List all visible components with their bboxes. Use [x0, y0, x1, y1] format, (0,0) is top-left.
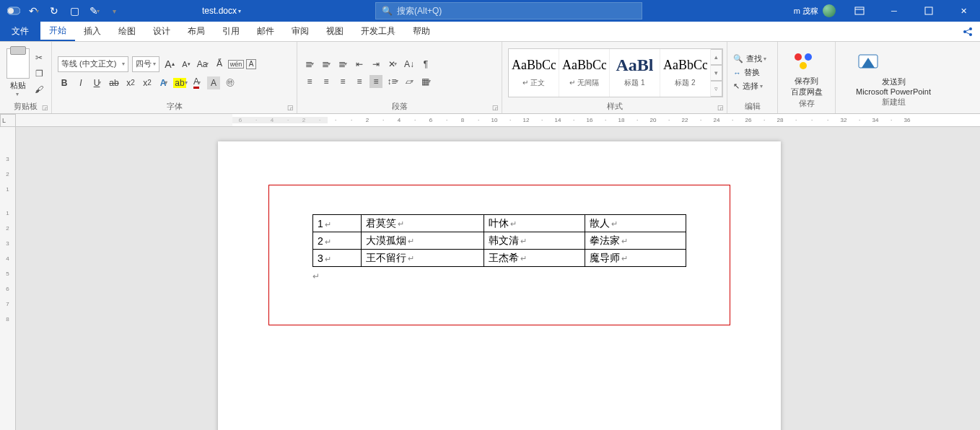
- tab-draw[interactable]: 绘图: [110, 22, 144, 41]
- asian-layout-icon[interactable]: ✕▾: [386, 58, 399, 71]
- paragraph-launcher-icon[interactable]: ◲: [492, 102, 499, 113]
- font-name-combo[interactable]: 等线 (中文正文)▾: [58, 56, 128, 72]
- styles-expand-icon[interactable]: ▿: [711, 81, 722, 97]
- replace-button[interactable]: ↔替换: [733, 67, 766, 78]
- table-cell[interactable]: 拳法家↵: [585, 232, 686, 250]
- table-cell[interactable]: 散人↵: [585, 215, 686, 232]
- styles-scroll-up-icon[interactable]: ▴: [711, 49, 722, 65]
- style-heading2[interactable]: AaBbCc标题 2: [660, 49, 711, 97]
- table-cell[interactable]: 韩文清↵: [484, 232, 585, 250]
- select-button[interactable]: ↖选择▾: [733, 81, 766, 92]
- underline-icon[interactable]: U▾: [91, 76, 104, 89]
- clear-format-icon[interactable]: wén: [229, 58, 242, 71]
- undo-button[interactable]: ↶▾: [25, 1, 43, 20]
- redo-button[interactable]: ↻: [45, 1, 64, 20]
- maximize-button[interactable]: [912, 0, 945, 22]
- increase-indent-icon[interactable]: ⇥: [369, 58, 382, 71]
- highlight-icon[interactable]: ab▾: [174, 76, 187, 89]
- tab-mail[interactable]: 邮件: [248, 22, 283, 41]
- table-cell[interactable]: 2↵: [313, 232, 362, 250]
- save-baidu-button[interactable]: 保存到 百度网盘: [791, 50, 823, 97]
- shading-icon[interactable]: ▱▾: [403, 75, 416, 88]
- table-cell[interactable]: 君莫笑↵: [362, 215, 484, 232]
- style-nospacing[interactable]: AaBbCc↵ 无间隔: [559, 49, 610, 97]
- line-spacing-icon[interactable]: ↕≡▾: [386, 75, 399, 88]
- bullets-icon[interactable]: ≣▾: [303, 58, 316, 71]
- ruler-vertical[interactable]: 32112345678: [0, 127, 16, 430]
- font-launcher-icon[interactable]: ◲: [287, 102, 294, 113]
- shrink-font-icon[interactable]: A▾: [180, 58, 193, 71]
- send-to-ppt-button[interactable]: 发送到 Microsoft PowerPoint: [856, 51, 931, 96]
- tab-insert[interactable]: 插入: [75, 22, 110, 41]
- tab-file[interactable]: 文件: [0, 22, 40, 41]
- save-icon[interactable]: ▢: [65, 1, 84, 20]
- superscript-icon[interactable]: x2: [141, 76, 154, 89]
- close-button[interactable]: ✕: [947, 0, 980, 22]
- table-cell[interactable]: 王杰希↵: [484, 250, 585, 267]
- strikethrough-icon[interactable]: ab: [108, 76, 121, 89]
- bold-icon[interactable]: B: [58, 76, 71, 89]
- table-cell[interactable]: 魔导师↵: [585, 250, 686, 267]
- format-painter-icon[interactable]: 🖌: [32, 83, 45, 96]
- table-cell[interactable]: 1↵: [313, 215, 362, 232]
- align-center-icon[interactable]: ≡: [320, 75, 333, 88]
- grow-font-icon[interactable]: A▴: [163, 58, 176, 71]
- minimize-button[interactable]: ─: [878, 0, 911, 22]
- clipboard-launcher-icon[interactable]: ◲: [42, 102, 48, 113]
- search-box[interactable]: 🔍 搜索(Alt+Q): [375, 2, 642, 19]
- qat-more-icon[interactable]: ▾: [105, 1, 124, 20]
- styles-launcher-icon[interactable]: ◲: [717, 102, 724, 113]
- share-button[interactable]: [955, 22, 980, 41]
- multilevel-icon[interactable]: ≣▾: [336, 58, 349, 71]
- subscript-icon[interactable]: x2: [124, 76, 137, 89]
- styles-scroll-down-icon[interactable]: ▾: [711, 65, 722, 81]
- decrease-indent-icon[interactable]: ⇤: [353, 58, 366, 71]
- table-row[interactable]: 1↵君莫笑↵叶休↵散人↵: [313, 215, 686, 232]
- tab-home[interactable]: 开始: [40, 22, 75, 41]
- char-shading-icon[interactable]: A: [207, 76, 220, 89]
- table-cell[interactable]: 大漠孤烟↵: [362, 232, 484, 250]
- table-row[interactable]: 2↵大漠孤烟↵韩文清↵拳法家↵: [313, 232, 686, 250]
- change-case-icon[interactable]: Aa▾: [196, 58, 209, 71]
- copy-icon[interactable]: ❐: [32, 67, 45, 80]
- distribute-icon[interactable]: ≡: [369, 75, 382, 88]
- justify-icon[interactable]: ≡: [353, 75, 366, 88]
- account-name[interactable]: m 茂稼: [788, 0, 841, 22]
- phonetic-guide-icon[interactable]: A̋: [213, 58, 226, 71]
- tab-devtools[interactable]: 开发工具: [352, 22, 404, 41]
- table-cell[interactable]: 3↵: [313, 250, 362, 267]
- show-marks-icon[interactable]: ¶: [419, 58, 432, 71]
- style-heading1[interactable]: AaBl标题 1: [610, 49, 660, 97]
- tab-review[interactable]: 审阅: [283, 22, 318, 41]
- find-button[interactable]: 🔍查找▾: [733, 53, 766, 64]
- data-table[interactable]: 1↵君莫笑↵叶休↵散人↵2↵大漠孤烟↵韩文清↵拳法家↵3↵王不留行↵王杰希↵魔导…: [312, 214, 686, 267]
- char-border-icon[interactable]: A: [246, 59, 256, 69]
- text-effects-icon[interactable]: A▾: [157, 76, 170, 89]
- document-canvas[interactable]: 1↵君莫笑↵叶休↵散人↵2↵大漠孤烟↵韩文清↵拳法家↵3↵王不留行↵王杰希↵魔导…: [16, 127, 980, 430]
- align-left-icon[interactable]: ≡: [303, 75, 316, 88]
- ruler-horizontal[interactable]: 6·4·2···2·4·6·8·10·12·14·16·18·20·22·24·…: [16, 114, 980, 127]
- paste-button[interactable]: 粘贴 ▾: [6, 48, 30, 97]
- italic-icon[interactable]: I: [74, 76, 87, 89]
- sort-icon[interactable]: A↓: [403, 58, 416, 71]
- table-cell[interactable]: 王不留行↵: [362, 250, 484, 267]
- align-right-icon[interactable]: ≡: [336, 75, 349, 88]
- borders-icon[interactable]: ▦▾: [419, 75, 432, 88]
- ribbon-display-icon[interactable]: [843, 0, 876, 22]
- enclose-char-icon[interactable]: ㊕: [224, 76, 237, 89]
- style-normal[interactable]: AaBbCc↵ 正文: [509, 49, 559, 97]
- styles-gallery[interactable]: AaBbCc↵ 正文 AaBbCc↵ 无间隔 AaBl标题 1 AaBbCc标题…: [508, 48, 723, 97]
- tab-design[interactable]: 设计: [144, 22, 179, 41]
- tab-layout[interactable]: 布局: [179, 22, 214, 41]
- table-cell[interactable]: 叶休↵: [484, 215, 585, 232]
- autosave-toggle[interactable]: [4, 1, 23, 20]
- font-size-combo[interactable]: 四号▾: [132, 56, 159, 72]
- tab-view[interactable]: 视图: [318, 22, 352, 41]
- numbering-icon[interactable]: ≣▾: [320, 58, 333, 71]
- table-row[interactable]: 3↵王不留行↵王杰希↵魔导师↵: [313, 250, 686, 267]
- cut-icon[interactable]: ✂: [32, 51, 45, 64]
- tab-help[interactable]: 帮助: [404, 22, 439, 41]
- font-color-icon[interactable]: A▾: [191, 76, 204, 89]
- touch-mode-icon[interactable]: ✎▾: [85, 1, 104, 20]
- tab-references[interactable]: 引用: [214, 22, 248, 41]
